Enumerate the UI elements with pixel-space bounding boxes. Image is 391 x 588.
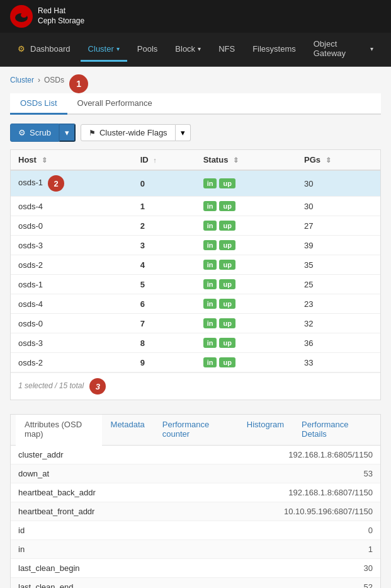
badge-up: up (219, 178, 235, 188)
cell-status: inup (196, 333, 297, 353)
osd-table: Host ⇕ ID ↑ Status ⇕ PGs ⇕ (11, 150, 380, 372)
tab-osds-list[interactable]: OSDs List (10, 93, 67, 115)
cell-pgs: 30 (297, 170, 380, 197)
osd-table-container: Host ⇕ ID ↑ Status ⇕ PGs ⇕ (10, 149, 381, 400)
detail-value: 192.168.1.8:6805/1150 (196, 446, 381, 464)
badge-in: in (203, 260, 217, 270)
nav-filesystems[interactable]: Filesystems (245, 38, 303, 62)
redhat-logo (10, 5, 33, 28)
cell-id: 3 (133, 236, 196, 255)
detail-tab-performance-counter[interactable]: Performance counter (154, 415, 238, 446)
status-badge: inup (203, 240, 235, 250)
cell-host: osds-0 (11, 314, 133, 333)
cell-id: 9 (133, 353, 196, 372)
cell-host: osds-3 (11, 333, 133, 353)
cell-host: osds-2 (11, 353, 133, 372)
cell-status: inup (196, 255, 297, 275)
nav-pools[interactable]: Pools (130, 38, 166, 62)
col-id: ID ↑ (133, 150, 196, 170)
cell-pgs: 30 (297, 197, 380, 216)
status-badge: inup (203, 318, 235, 328)
detail-tab-performance-details[interactable]: Performance Details (293, 415, 375, 446)
main-nav: ⚙ Dashboard Cluster ▾ Pools Block ▾ NFS … (0, 33, 391, 67)
detail-row: id0 (11, 521, 380, 540)
cluster-dropdown-icon: ▾ (116, 45, 120, 52)
nav-block[interactable]: Block ▾ (167, 38, 208, 62)
detail-value: 53 (196, 464, 381, 483)
badge-in: in (203, 279, 217, 289)
badge-in: in (203, 221, 217, 231)
status-sort-icon: ⇕ (233, 156, 239, 164)
table-row[interactable]: osds-120inup30 (11, 170, 380, 197)
table-row[interactable]: osds-07inup32 (11, 314, 380, 333)
detail-tab-metadata[interactable]: Metadata (102, 415, 154, 446)
detail-row: last_clean_begin30 (11, 559, 380, 578)
table-row[interactable]: osds-33inup39 (11, 236, 380, 255)
cell-status: inup (196, 353, 297, 372)
cluster-wide-flags-button[interactable]: ⚑ Cluster-wide Flags (81, 124, 176, 141)
content: Cluster › OSDs 1 OSDs List Overall Perfo… (0, 67, 391, 588)
cell-pgs: 39 (297, 236, 380, 255)
cluster-wide-flags-button-group: ⚑ Cluster-wide Flags ▾ (81, 124, 191, 141)
badge-up: up (219, 338, 235, 348)
nav-dashboard[interactable]: ⚙ Dashboard (10, 38, 78, 62)
status-badge: inup (203, 201, 235, 211)
badge-in: in (203, 357, 217, 367)
cluster-wide-flags-dropdown-button[interactable]: ▾ (176, 124, 191, 141)
badge-up: up (219, 221, 235, 231)
detail-value: 30 (196, 559, 381, 578)
status-badge: inup (203, 279, 235, 289)
detail-tab-histogram[interactable]: Histogram (238, 415, 293, 446)
breadcrumb: Cluster › OSDs (10, 76, 64, 84)
pgs-sort-icon: ⇕ (326, 156, 331, 164)
nav-cluster[interactable]: Cluster ▾ (81, 38, 127, 62)
table-row[interactable]: osds-41inup30 (11, 197, 380, 216)
table-row[interactable]: osds-02inup27 (11, 216, 380, 236)
cell-pgs: 25 (297, 275, 380, 294)
detail-section: Attributes (OSD map) Metadata Performanc… (10, 414, 381, 588)
table-row[interactable]: osds-29inup33 (11, 353, 380, 372)
dashboard-icon: ⚙ (18, 44, 25, 54)
badge-in: in (203, 338, 217, 348)
navbar: Red Hat Ceph Storage (0, 0, 391, 33)
table-footer: 1 selected / 15 total 3 (11, 372, 380, 400)
attributes-table: cluster_addr192.168.1.8:6805/1150down_at… (11, 446, 380, 588)
cell-pgs: 23 (297, 294, 380, 314)
cell-pgs: 33 (297, 353, 380, 372)
scrub-dropdown-button[interactable]: ▾ (59, 124, 76, 142)
tab-bar: OSDs List Overall Performance (10, 93, 381, 115)
detail-row: in1 (11, 540, 380, 559)
scrub-button-group: ⚙ Scrub ▾ (10, 124, 76, 142)
cell-host: osds-4 (11, 294, 133, 314)
id-sort-icon: ↑ (153, 156, 157, 164)
badge-up: up (219, 357, 235, 367)
flag-icon: ⚑ (89, 129, 96, 137)
cell-id: 2 (133, 216, 196, 236)
cell-host: osds-0 (11, 216, 133, 236)
breadcrumb-separator: › (38, 76, 40, 84)
status-badge: inup (203, 357, 235, 367)
table-row[interactable]: osds-38inup36 (11, 333, 380, 353)
scrub-button[interactable]: ⚙ Scrub (10, 124, 59, 142)
nav-nfs[interactable]: NFS (211, 38, 242, 62)
badge-in: in (203, 201, 217, 211)
cell-host: osds-4 (11, 197, 133, 216)
badge-up: up (219, 299, 235, 309)
annotation-circle-3: 3 (89, 378, 106, 395)
objectgateway-dropdown-icon: ▾ (370, 45, 373, 52)
cell-id: 8 (133, 333, 196, 353)
table-row[interactable]: osds-15inup25 (11, 275, 380, 294)
table-row[interactable]: osds-24inup35 (11, 255, 380, 275)
table-row[interactable]: osds-46inup23 (11, 294, 380, 314)
breadcrumb-parent[interactable]: Cluster (10, 76, 34, 84)
detail-row: last_clean_end52 (11, 578, 380, 589)
badge-up: up (219, 279, 235, 289)
detail-key: last_clean_end (11, 578, 196, 589)
cell-id: 6 (133, 294, 196, 314)
detail-value: 10.10.95.196:6807/1150 (196, 502, 381, 521)
nav-objectgateway[interactable]: Object Gateway ▾ (306, 33, 381, 66)
badge-in: in (203, 318, 217, 328)
detail-row: heartbeat_back_addr192.168.1.8:6807/1150 (11, 483, 380, 502)
detail-tab-attributes[interactable]: Attributes (OSD map) (16, 415, 102, 446)
tab-overall-performance[interactable]: Overall Performance (67, 93, 162, 115)
